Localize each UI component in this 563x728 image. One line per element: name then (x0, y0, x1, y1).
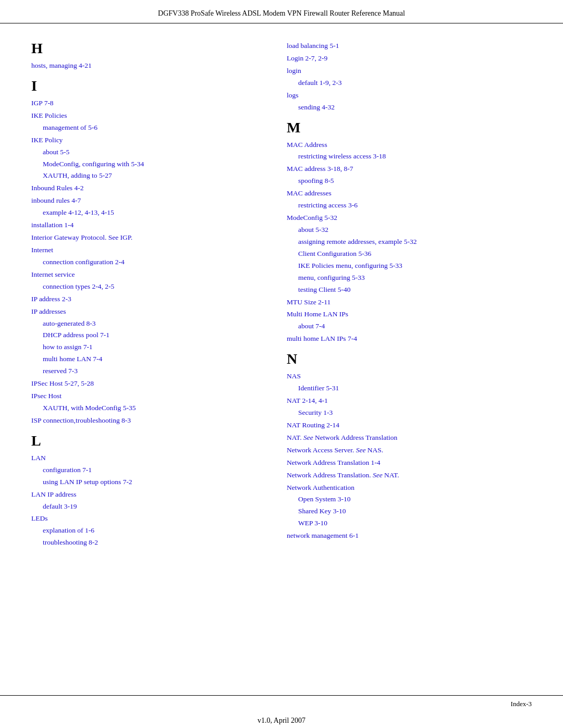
entry-modeconfig[interactable]: ModeConfig 5-32 (287, 214, 337, 221)
list-item: inbound rules 4-7 (31, 195, 266, 206)
list-item: MAC Address (287, 139, 532, 151)
entry-modeconfig-client-config[interactable]: Client Configuration 5-36 (298, 250, 371, 257)
entry-network-management[interactable]: network management 6-1 (287, 532, 359, 539)
entry-ip-dhcp-pool[interactable]: DHCP address pool 7-1 (43, 331, 109, 339)
entry-mtu-size[interactable]: MTU Size 2-11 (287, 298, 331, 306)
list-item: Security 1-3 (287, 407, 532, 418)
entry-mac-addresses[interactable]: MAC addresses (287, 189, 332, 197)
entry-inbound-rules-cap[interactable]: Inbound Rules 4-2 (31, 184, 84, 192)
entry-mac-address-spoofing[interactable]: spoofing 8-5 (298, 177, 334, 184)
entry-interior-gateway[interactable]: Interior Gateway Protocol. See IGP. (31, 233, 132, 241)
list-item: Shared Key 3-10 (287, 505, 532, 517)
list-item: IKE Policies menu, configuring 5-33 (287, 260, 532, 272)
header-title: DGFV338 ProSafe Wireless ADSL Modem VPN … (158, 9, 405, 17)
entry-internet[interactable]: Internet (31, 246, 53, 254)
entry-igp[interactable]: IGP 7-8 (31, 99, 54, 107)
list-item: IGP 7-8 (31, 97, 266, 109)
entry-ike-policy-modeconfig[interactable]: ModeConfig, configuring with 5-34 (43, 160, 144, 168)
list-item: XAUTH, with ModeConfig 5-35 (31, 402, 266, 414)
list-item: IP addresses (31, 306, 266, 317)
entry-leds[interactable]: LEDs (31, 514, 48, 522)
list-item: load balancing 5-1 (287, 40, 532, 52)
entry-installation[interactable]: installation 1-4 (31, 221, 74, 229)
entry-internet-service[interactable]: Internet service (31, 270, 75, 278)
letter-N: N (287, 351, 532, 367)
letter-L: L (31, 433, 266, 449)
list-item: IPSec Host 5-27, 5-28 (31, 378, 266, 389)
list-item: Network Address Translation 1-4 (287, 457, 532, 468)
entry-network-access-server-see[interactable]: Network Access Server. See NAS. (287, 446, 383, 454)
list-item: default 1-9, 2-3 (287, 77, 532, 89)
entry-nas-identifier[interactable]: Identifier 5-31 (298, 384, 339, 392)
entry-ip-addresses[interactable]: IP addresses (31, 307, 66, 315)
list-item: how to assign 7-1 (31, 341, 266, 353)
entry-ipsec-host-lower[interactable]: IPsec Host (31, 392, 62, 400)
entry-modeconfig-ike-policies[interactable]: IKE Policies menu, configuring 5-33 (298, 262, 402, 269)
entry-ipsec-host-xauth[interactable]: XAUTH, with ModeConfig 5-35 (43, 404, 136, 412)
entry-network-address-translation-see[interactable]: Network Address Translation. See NAT. (287, 471, 399, 479)
entry-ipsec-host[interactable]: IPSec Host 5-27, 5-28 (31, 379, 94, 387)
entry-inbound-rules-example[interactable]: example 4-12, 4-13, 4-15 (43, 208, 114, 216)
entry-ike-policy-xauth[interactable]: XAUTH, adding to 5-27 (43, 171, 112, 179)
entry-load-balancing[interactable]: load balancing 5-1 (287, 42, 339, 50)
entry-leds-explanation[interactable]: explanation of 1-6 (43, 526, 94, 534)
entry-ike-policy-about[interactable]: about 5-5 (43, 148, 69, 156)
list-item: Internet service (31, 269, 266, 280)
entry-ike-policies[interactable]: IKE Policies (31, 112, 67, 119)
entry-modeconfig-remote-addresses[interactable]: assigning remote addresses, example 5-32 (298, 238, 417, 245)
entry-ike-policy[interactable]: IKE Policy (31, 136, 63, 144)
footer-right: Index-3 (511, 700, 532, 708)
entry-ip-how-to-assign[interactable]: how to assign 7-1 (43, 343, 93, 351)
entry-login-cap[interactable]: Login 2-7, 2-9 (287, 54, 327, 62)
entry-multi-home-lan-ips-about[interactable]: about 7-4 (298, 322, 325, 330)
entry-logs[interactable]: logs (287, 91, 299, 99)
entry-ip-auto-generated[interactable]: auto-generated 8-3 (43, 319, 96, 327)
entry-nat-security[interactable]: Security 1-3 (298, 409, 333, 416)
entry-mac-address-lower[interactable]: MAC address 3-18, 8-7 (287, 165, 353, 172)
page-header: DGFV338 ProSafe Wireless ADSL Modem VPN … (0, 0, 563, 23)
entry-login[interactable]: login (287, 67, 301, 75)
entry-modeconfig-testing-client[interactable]: testing Client 5-40 (298, 286, 351, 293)
entry-inbound-rules[interactable]: inbound rules 4-7 (31, 196, 81, 204)
entry-hosts-managing[interactable]: hosts, managing 4-21 (31, 61, 92, 69)
entry-isp-connection[interactable]: ISP connection,troubleshooting 8-3 (31, 416, 131, 424)
entry-network-authentication[interactable]: Network Authentication (287, 484, 354, 491)
entry-ip-reserved[interactable]: reserved 7-3 (43, 367, 78, 375)
entry-internet-service-connection-types[interactable]: connection types 2-4, 2-5 (43, 282, 114, 290)
entry-network-auth-open-system[interactable]: Open System 3-10 (298, 495, 351, 503)
entry-leds-troubleshooting[interactable]: troubleshooting 8-2 (43, 538, 98, 546)
entry-ip-address[interactable]: IP address 2-3 (31, 295, 71, 303)
list-item: NAT. See Network Address Translation (287, 432, 532, 443)
list-item: example 4-12, 4-13, 4-15 (31, 207, 266, 218)
entry-mac-addresses-restricting[interactable]: restricting access 3-6 (298, 201, 358, 209)
entry-lan-ip-default[interactable]: default 3-19 (43, 502, 77, 510)
list-item: configuration 7-1 (31, 464, 266, 476)
entry-ike-policies-management[interactable]: management of 5-6 (43, 124, 97, 131)
list-item: restricting wireless access 3-18 (287, 151, 532, 162)
entry-network-auth-shared-key[interactable]: Shared Key 3-10 (298, 507, 346, 515)
entry-nat[interactable]: NAT 2-14, 4-1 (287, 397, 328, 404)
entry-lan[interactable]: LAN (31, 454, 46, 462)
letter-H: H (31, 40, 266, 57)
entry-logs-sending[interactable]: sending 4-32 (298, 103, 335, 111)
entry-lan-ip-setup[interactable]: using LAN IP setup options 7-2 (43, 478, 132, 486)
section-H: H hosts, managing 4-21 (31, 40, 266, 71)
entry-modeconfig-menu[interactable]: menu, configuring 5-33 (298, 274, 365, 281)
entry-lan-ip-address[interactable]: LAN IP address (31, 490, 76, 498)
entry-network-address-translation[interactable]: Network Address Translation 1-4 (287, 459, 381, 466)
entry-multi-home-lan-ips[interactable]: Multi Home LAN IPs (287, 310, 348, 318)
entry-nat-see[interactable]: NAT. See Network Address Translation (287, 434, 397, 441)
entry-login-default[interactable]: default 1-9, 2-3 (298, 79, 342, 87)
entry-mac-address-wireless[interactable]: restricting wireless access 3-18 (298, 152, 386, 160)
entry-nas[interactable]: NAS (287, 372, 301, 380)
list-item: NAT 2-14, 4-1 (287, 395, 532, 406)
entry-internet-connection-config[interactable]: connection configuration 2-4 (43, 258, 125, 266)
entry-lan-configuration[interactable]: configuration 7-1 (43, 466, 92, 474)
entry-nat-routing[interactable]: NAT Routing 2-14 (287, 421, 339, 429)
entry-ip-multi-home-lan[interactable]: multi home LAN 7-4 (43, 355, 102, 363)
list-item: restricting access 3-6 (287, 200, 532, 211)
entry-mac-address[interactable]: MAC Address (287, 141, 327, 149)
entry-network-auth-wep[interactable]: WEP 3-10 (298, 519, 327, 527)
entry-multi-home-lan-ips-lower[interactable]: multi home LAN IPs 7-4 (287, 335, 357, 342)
entry-modeconfig-about[interactable]: about 5-32 (298, 226, 328, 233)
